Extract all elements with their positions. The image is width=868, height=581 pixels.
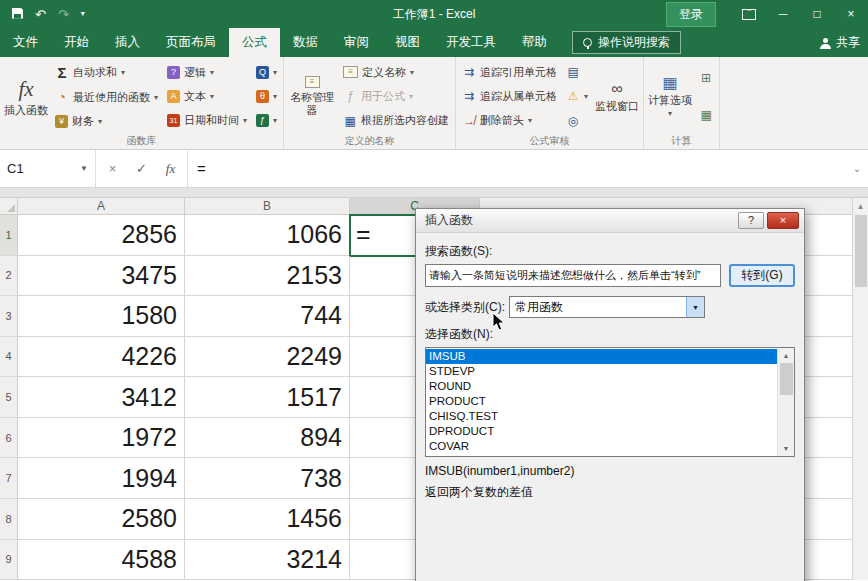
cell[interactable]: 1972 xyxy=(18,418,185,459)
row-header[interactable]: 6 xyxy=(0,418,18,459)
tellme-box[interactable]: 操作说明搜索 xyxy=(572,31,681,54)
trace-dependents-button[interactable]: ⇉ 追踪从属单元格 xyxy=(459,88,560,105)
row-header[interactable]: 2 xyxy=(0,256,18,297)
insert-function-button[interactable]: fx 插入函数 xyxy=(3,59,49,134)
name-box[interactable]: C1 ▼ xyxy=(0,150,96,187)
define-name-button[interactable]: ≡ 定义名称 ▾ xyxy=(340,64,452,81)
function-list-item[interactable]: STDEVP xyxy=(426,364,777,379)
minimize-button[interactable]: ─ xyxy=(766,0,800,28)
cell[interactable]: 2856 xyxy=(18,215,185,256)
cancel-button[interactable]: × xyxy=(98,161,127,176)
cell[interactable]: 4588 xyxy=(18,540,185,581)
date-time-button[interactable]: 31 日期和时间 ▾ xyxy=(164,112,250,129)
ribbon-tab[interactable]: 视图 xyxy=(382,28,433,57)
ribbon-tab[interactable]: 页面布局 xyxy=(153,28,229,57)
text-button[interactable]: A 文本 ▾ xyxy=(164,88,250,105)
cell[interactable]: 3475 xyxy=(18,256,185,297)
formula-bar-expand-icon[interactable]: ⌄ xyxy=(846,150,868,187)
function-list-item[interactable]: DPRODUCT xyxy=(426,424,777,439)
cell[interactable]: 1994 xyxy=(18,458,185,499)
cell[interactable]: 1066 xyxy=(185,215,350,256)
cell[interactable]: 744 xyxy=(185,296,350,337)
calculate-now-button[interactable]: ⊞ xyxy=(696,70,716,86)
ribbon-tab[interactable]: 数据 xyxy=(280,28,331,57)
ribbon-tab[interactable]: 帮助 xyxy=(509,28,560,57)
cell[interactable]: 4226 xyxy=(18,337,185,378)
show-formulas-button[interactable]: ▤ xyxy=(563,64,591,80)
close-button[interactable]: × xyxy=(834,0,868,28)
function-list-item[interactable]: COVAR xyxy=(426,439,777,454)
remove-arrows-button[interactable]: ↛ 删除箭头 ▾ xyxy=(459,112,560,129)
customize-qat-icon[interactable]: ▾ xyxy=(81,10,85,18)
cell[interactable]: 1517 xyxy=(185,377,350,418)
help-button[interactable]: ? xyxy=(738,212,764,229)
ribbon-tab[interactable]: 公式 xyxy=(229,28,280,57)
evaluate-formula-button[interactable]: ◎ xyxy=(563,113,591,129)
math-trig-button[interactable]: θ ▾ xyxy=(253,89,280,104)
dialog-close-button[interactable]: × xyxy=(767,212,799,229)
financial-button[interactable]: ¥ 财务 ▾ xyxy=(52,113,161,130)
save-icon[interactable] xyxy=(12,8,23,21)
ribbon-tab[interactable]: 开发工具 xyxy=(433,28,509,57)
function-list-item[interactable]: CHISQ.TEST xyxy=(426,409,777,424)
autosum-button[interactable]: Σ 自动求和 ▾ xyxy=(52,63,161,82)
enter-button[interactable]: ✓ xyxy=(127,161,156,176)
row-header[interactable]: 7 xyxy=(0,458,18,499)
recently-used-button[interactable]: ◔ 最近使用的函数 ▾ xyxy=(52,89,161,106)
cell[interactable]: 2153 xyxy=(185,256,350,297)
cell[interactable]: 738 xyxy=(185,458,350,499)
formula-input[interactable]: = xyxy=(188,150,846,187)
ribbon-tab[interactable]: 审阅 xyxy=(331,28,382,57)
trace-precedents-button[interactable]: ⇉ 追踪引用单元格 xyxy=(459,64,560,81)
cell[interactable]: 894 xyxy=(185,418,350,459)
dialog-titlebar[interactable]: 插入函数 ? × xyxy=(416,209,804,233)
row-header[interactable]: 3 xyxy=(0,296,18,337)
row-header[interactable]: 8 xyxy=(0,499,18,540)
ribbon-tab[interactable]: 插入 xyxy=(102,28,153,57)
function-list-item[interactable]: PRODUCT xyxy=(426,394,777,409)
function-list-item[interactable]: ROUND xyxy=(426,379,777,394)
cell[interactable]: 2580 xyxy=(18,499,185,540)
name-manager-button[interactable]: ≡ 名称管理器 xyxy=(287,59,337,134)
list-scrollbar[interactable]: ▲ ▼ xyxy=(777,348,794,456)
lookup-reference-button[interactable]: Q ▾ xyxy=(253,65,280,80)
chevron-down-icon[interactable]: ▼ xyxy=(686,297,704,317)
watch-window-button[interactable]: ∞ 监视窗口 xyxy=(594,59,640,134)
error-checking-button[interactable]: ⚠ ▾ xyxy=(563,88,591,104)
scrollbar-thumb[interactable] xyxy=(780,363,793,395)
insert-function-icon[interactable]: fx xyxy=(156,161,185,177)
ribbon-tab[interactable]: 开始 xyxy=(51,28,102,57)
select-all-button[interactable] xyxy=(0,198,18,214)
ribbon-display-options-icon[interactable]: ⌃ xyxy=(732,0,766,28)
redo-icon[interactable]: ↷ xyxy=(58,8,69,21)
share-button[interactable]: 共享 xyxy=(820,28,860,57)
column-header-a[interactable]: A xyxy=(18,198,185,214)
login-button[interactable]: 登录 xyxy=(666,2,716,27)
scroll-down-icon[interactable]: ▼ xyxy=(778,441,794,456)
row-header[interactable]: 4 xyxy=(0,337,18,378)
logical-button[interactable]: ? 逻辑 ▾ xyxy=(164,64,250,81)
cell[interactable]: 1456 xyxy=(185,499,350,540)
scrollbar-thumb[interactable] xyxy=(855,215,867,287)
go-button[interactable]: 转到(G) xyxy=(729,264,795,287)
scroll-up-icon[interactable]: ▲ xyxy=(853,198,868,214)
category-dropdown[interactable]: 常用函数 ▼ xyxy=(509,296,705,318)
cell[interactable]: 3214 xyxy=(185,540,350,581)
search-input[interactable]: 请输入一条简短说明来描述您想做什么，然后单击“转到” xyxy=(425,264,721,287)
calculation-options-button[interactable]: ▦ 计算选项 ▾ xyxy=(647,59,693,134)
maximize-button[interactable]: □ xyxy=(800,0,834,28)
row-header[interactable]: 9 xyxy=(0,540,18,581)
function-list-item[interactable]: IMSUB xyxy=(426,349,777,364)
more-functions-button[interactable]: ƒ ▾ xyxy=(253,113,280,128)
calculate-sheet-button[interactable]: ▦ xyxy=(696,107,716,123)
scroll-up-icon[interactable]: ▲ xyxy=(778,348,794,363)
vertical-scrollbar[interactable]: ▲ xyxy=(852,198,868,580)
cell[interactable]: 2249 xyxy=(185,337,350,378)
ribbon-tab[interactable]: 文件 xyxy=(0,28,51,57)
create-from-selection-button[interactable]: ▦ 根据所选内容创建 xyxy=(340,112,452,129)
column-header-b[interactable]: B xyxy=(185,198,350,214)
row-header[interactable]: 1 xyxy=(0,215,18,256)
use-in-formula-button[interactable]: ƒ 用于公式 ▾ xyxy=(340,88,452,105)
cell[interactable]: 3412 xyxy=(18,377,185,418)
cell[interactable]: 1580 xyxy=(18,296,185,337)
